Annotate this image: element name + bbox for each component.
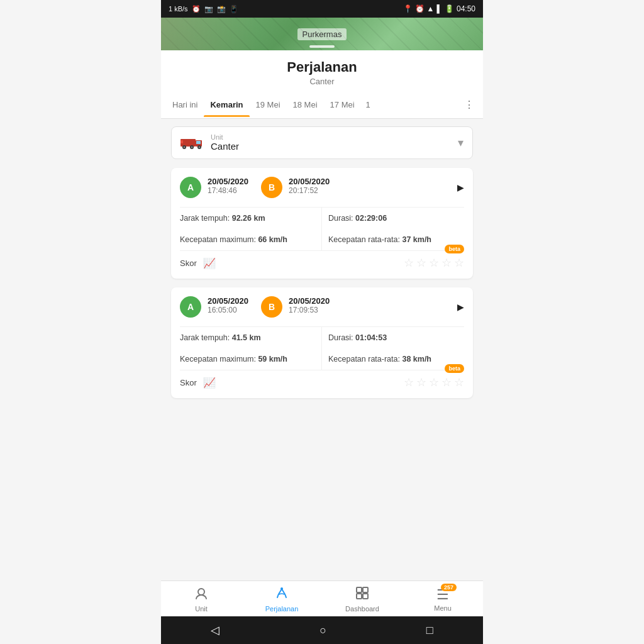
trip-2-durasi: Durasi: 01:04:53 (322, 327, 464, 348)
trip-2-time-a: 16:05:00 (208, 306, 248, 314)
trip-1-star-1[interactable]: ☆ (404, 256, 414, 270)
trip-1-point-a: A 20/05/2020 17:48:46 (180, 177, 248, 198)
tab-17-mei[interactable]: 17 Mei (324, 92, 361, 117)
trip-2-point-a: A 20/05/2020 16:05:00 (180, 296, 248, 318)
map-handle (309, 45, 335, 48)
trip-2-stats: Jarak tempuh: 41.5 km Durasi: 01:04:53 K… (180, 326, 464, 370)
page-title: Perjalanan (171, 59, 473, 75)
main-content: Unit Canter ▾ A 20/05/2020 17:48:46 B 20… (161, 119, 483, 496)
map-thumbnail: Purkermas (161, 18, 483, 50)
status-left: 1 kB/s ⏰ 📷 📸 📱 (169, 5, 238, 13)
whatsapp-icon: 📱 (230, 5, 238, 13)
tab-num[interactable]: 1 (361, 94, 375, 116)
trip-2-score-row: Skor 📈 ☆ ☆ ☆ ☆ ☆ beta (180, 370, 464, 389)
trip-2-info-a: 20/05/2020 16:05:00 (208, 296, 248, 314)
trip-1-stats: Jarak tempuh: 92.26 km Durasi: 02:29:06 … (180, 207, 464, 250)
trip-1-jarak: Jarak tempuh: 92.26 km (180, 208, 322, 229)
trip-2-star-1[interactable]: ☆ (404, 375, 414, 389)
trip-1-date-a: 20/05/2020 (208, 177, 248, 186)
trip-1-badge-b: B (261, 177, 282, 198)
tabs-container: Hari ini Kemarin 19 Mei 18 Mei 17 Mei 1 … (161, 91, 483, 119)
signal-icon: ▌ (436, 4, 442, 13)
unit-label: Unit (211, 133, 458, 141)
wifi-icon: ▲ (427, 4, 435, 13)
trip-2-date-b: 20/05/2020 (289, 296, 330, 306)
trip-2-kec-max: Kecepatan maximum: 59 km/h (180, 348, 322, 370)
trip-1-chart-icon[interactable]: 📈 (203, 257, 216, 269)
status-bar: 1 kB/s ⏰ 📷 📸 📱 📍 ⏰ ▲ ▌ 🔋 04:50 (161, 0, 483, 18)
trip-1-point-b: B 20/05/2020 20:17:52 (261, 177, 330, 198)
trip-1-kec-max: Kecepatan maximum: 66 km/h (180, 229, 322, 250)
trip-1-score-label: Skor (180, 258, 197, 268)
truck-icon (180, 135, 203, 150)
trip-2-endpoints: A 20/05/2020 16:05:00 B 20/05/2020 17:09… (180, 296, 457, 318)
trip-2-star-2[interactable]: ☆ (416, 375, 426, 389)
trip-1-time-b: 20:17:52 (289, 186, 330, 195)
trip-card-1: A 20/05/2020 17:48:46 B 20/05/2020 20:17… (171, 168, 473, 279)
trip-1-play-button[interactable]: ▶ (457, 182, 464, 192)
trip-1-star-2[interactable]: ☆ (416, 256, 426, 270)
trip-1-endpoints: A 20/05/2020 17:48:46 B 20/05/2020 20:17… (180, 177, 457, 198)
unit-value: Canter (211, 141, 239, 152)
trip-2-point-b: B 20/05/2020 17:09:53 (261, 296, 330, 318)
tab-18-mei[interactable]: 18 Mei (287, 92, 324, 117)
trip-1-beta-badge: beta (445, 245, 464, 253)
trip-1-stars[interactable]: ☆ ☆ ☆ ☆ ☆ (404, 256, 464, 270)
svg-rect-2 (196, 141, 201, 144)
svg-point-8 (199, 147, 201, 148)
svg-rect-9 (180, 140, 183, 143)
network-speed: 1 kB/s (169, 5, 188, 13)
map-location-label: Purkermas (297, 28, 347, 40)
trip-2-kec-rata: Kecepatan rata-rata: 38 km/h (322, 348, 464, 370)
svg-point-6 (191, 147, 193, 148)
trip-1-star-3[interactable]: ☆ (429, 256, 439, 270)
instagram2-icon: 📸 (217, 5, 226, 13)
page-subtitle: Canter (171, 77, 473, 86)
tab-kemarin[interactable]: Kemarin (204, 92, 249, 117)
trip-2-star-5[interactable]: ☆ (454, 375, 464, 389)
svg-point-4 (184, 147, 186, 148)
trip-2-date-a: 20/05/2020 (208, 296, 248, 306)
location-icon: 📍 (403, 4, 413, 13)
trip-1-info-b: 20/05/2020 20:17:52 (289, 177, 330, 195)
trip-2-chart-icon[interactable]: 📈 (203, 377, 216, 389)
trip-2-stars[interactable]: ☆ ☆ ☆ ☆ ☆ (404, 375, 464, 389)
alarm2-icon: ⏰ (415, 4, 425, 13)
trip-1-kec-rata: Kecepatan rata-rata: 37 km/h (322, 229, 464, 250)
alarm-icon: ⏰ (192, 5, 201, 13)
trip-1-star-4[interactable]: ☆ (441, 256, 452, 270)
trip-2-beta-badge: beta (445, 364, 464, 373)
unit-selector[interactable]: Unit Canter ▾ (171, 126, 473, 159)
trip-1-star-5[interactable]: ☆ (454, 256, 464, 270)
trip-2-badge-b: B (261, 296, 282, 318)
unit-info: Unit Canter (211, 133, 458, 152)
trip-2-badge-a: A (180, 296, 201, 318)
trip-card-2: A 20/05/2020 16:05:00 B 20/05/2020 17:09… (171, 287, 473, 398)
trip-2-play-button[interactable]: ▶ (457, 302, 464, 312)
trip-2-star-3[interactable]: ☆ (429, 375, 439, 389)
battery-icon: 🔋 (445, 4, 454, 13)
trip-1-time-a: 17:48:46 (208, 186, 248, 195)
status-right: 📍 ⏰ ▲ ▌ 🔋 04:50 (403, 4, 475, 13)
trip-1-header: A 20/05/2020 17:48:46 B 20/05/2020 20:17… (180, 177, 464, 198)
trip-2-star-4[interactable]: ☆ (441, 375, 452, 389)
tab-hari-ini[interactable]: Hari ini (166, 92, 204, 117)
trip-2-info-b: 20/05/2020 17:09:53 (289, 296, 330, 314)
trip-1-durasi: Durasi: 02:29:06 (322, 208, 464, 229)
tab-19-mei[interactable]: 19 Mei (250, 92, 287, 117)
page-header: Perjalanan Canter (161, 50, 483, 91)
trip-2-time-b: 17:09:53 (289, 306, 330, 314)
dropdown-arrow-icon: ▾ (458, 136, 464, 150)
trip-1-score-row: Skor 📈 ☆ ☆ ☆ ☆ ☆ beta (180, 250, 464, 270)
trip-2-header: A 20/05/2020 16:05:00 B 20/05/2020 17:09… (180, 296, 464, 318)
trip-2-jarak: Jarak tempuh: 41.5 km (180, 327, 322, 348)
instagram-icon: 📷 (204, 5, 213, 13)
trip-1-badge-a: A (180, 177, 201, 198)
trip-1-info-a: 20/05/2020 17:48:46 (208, 177, 248, 195)
trip-1-date-b: 20/05/2020 (289, 177, 330, 186)
clock: 04:50 (457, 4, 475, 13)
trip-2-score-label: Skor (180, 378, 197, 387)
more-tabs-button[interactable]: ⋮ (460, 91, 478, 118)
